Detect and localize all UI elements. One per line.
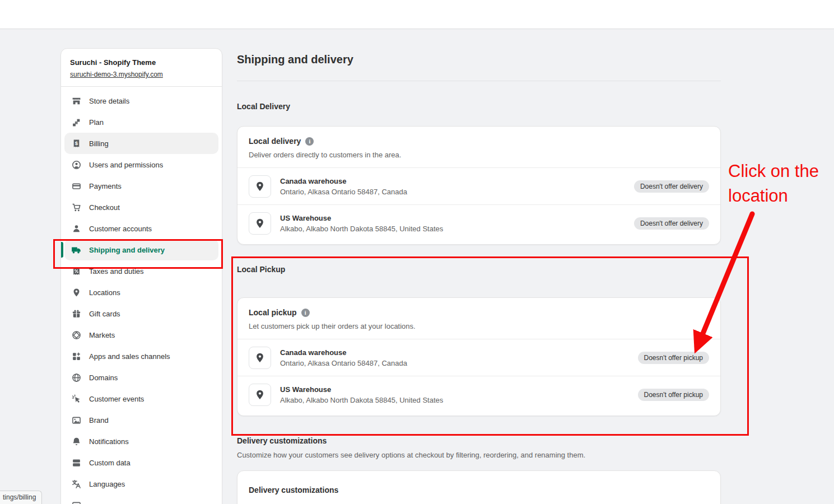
sidebar-item-users-and-permissions[interactable]: Users and permissions: [64, 154, 218, 175]
notifications-bell-icon: [71, 436, 81, 446]
local-delivery-card-header: Local delivery i Deliver orders directly…: [237, 127, 720, 168]
sidebar-item-locations[interactable]: Locations: [64, 282, 218, 303]
customer-accounts-icon: [71, 223, 81, 234]
location-name: Canada warehouse: [280, 177, 407, 185]
sidebar-item-label: Gift cards: [89, 310, 120, 318]
sidebar-item-store-details[interactable]: Store details: [64, 90, 218, 111]
sidebar-nav: Store details Plan $ Billing Users and p…: [61, 87, 222, 504]
sidebar-item-label: Taxes and duties: [89, 267, 144, 276]
plan-icon: [71, 117, 81, 127]
section-title-local-delivery: Local Delivery: [237, 102, 290, 111]
local-pickup-card-title: Local pickup: [249, 308, 297, 317]
status-badge: Doesn't offer pickup: [638, 389, 709, 401]
location-pin-icon: [249, 175, 271, 198]
sidebar-item-label: Notifications: [89, 437, 129, 446]
local-pickup-card: Local pickup i Let customers pick up the…: [237, 297, 721, 416]
locations-pin-icon: [71, 287, 81, 297]
sidebar-item-plan[interactable]: Plan: [64, 111, 218, 133]
languages-icon: [71, 479, 81, 489]
local-delivery-card-title: Local delivery: [249, 137, 301, 146]
sidebar-item-notifications[interactable]: Notifications: [64, 431, 218, 452]
sidebar-item-languages[interactable]: Languages: [64, 473, 218, 494]
delivery-customizations-card: Delivery customizations: [237, 470, 721, 504]
sidebar-item-customer-accounts[interactable]: Customer accounts: [64, 218, 218, 239]
location-address: Alkabo, Alkabo North Dakota 58845, Unite…: [280, 396, 443, 404]
local-pickup-card-header: Local pickup i Let customers pick up the…: [237, 298, 720, 339]
section-title-local-pickup: Local Pickup: [237, 265, 285, 274]
checkout-cart-icon: [71, 202, 81, 212]
annotation-text: Click on the location: [728, 159, 832, 208]
payments-icon: [71, 181, 81, 191]
status-badge: Doesn't offer delivery: [634, 180, 709, 193]
title-divider: [237, 81, 721, 81]
sidebar-item-payments[interactable]: Payments: [64, 175, 218, 197]
location-address: Ontario, Alkasa Ontario 58487, Canada: [280, 359, 407, 367]
sidebar-item-label: Customer events: [89, 395, 144, 403]
sidebar-item-taxes-and-duties[interactable]: Taxes and duties: [64, 260, 218, 282]
sidebar-item-label: Customer accounts: [89, 225, 152, 233]
sidebar-item-billing[interactable]: $ Billing: [64, 133, 218, 154]
info-icon[interactable]: i: [301, 309, 310, 317]
users-icon: [71, 160, 81, 170]
sidebar-item-brand[interactable]: Brand: [64, 409, 218, 431]
markets-globe-icon: [71, 330, 81, 340]
location-pin-icon: [249, 347, 271, 369]
sidebar-item-custom-data[interactable]: Custom data: [64, 452, 218, 473]
sidebar-item-markets[interactable]: Markets: [64, 324, 218, 346]
location-name: Canada warehouse: [280, 348, 407, 357]
sidebar-item-customer-events[interactable]: Customer events: [64, 388, 218, 409]
custom-data-icon: [71, 458, 81, 468]
store-domain-link[interactable]: suruchi-demo-3.myshopify.com: [70, 71, 163, 78]
domains-globe-icon: [71, 372, 81, 382]
location-row-canada-warehouse[interactable]: Canada warehouse Ontario, Alkasa Ontario…: [237, 339, 720, 376]
sidebar-item-label: Brand: [89, 416, 109, 424]
local-delivery-card-description: Deliver orders directly to customers in …: [249, 151, 709, 159]
sidebar-item-label: Locations: [89, 288, 120, 297]
sidebar-item-checkout[interactable]: Checkout: [64, 197, 218, 218]
location-name: US Warehouse: [280, 385, 443, 394]
top-bar: [0, 0, 834, 29]
local-pickup-card-description: Let customers pick up their orders at yo…: [249, 322, 709, 330]
location-address: Ontario, Alkasa Ontario 58487, Canada: [280, 188, 407, 196]
location-name: US Warehouse: [280, 214, 443, 222]
delivery-customizations-card-title: Delivery customizations: [249, 486, 338, 494]
sidebar-item-domains[interactable]: Domains: [64, 367, 218, 388]
brand-icon: [71, 415, 81, 425]
location-address: Alkabo, Alkabo North Dakota 58845, Unite…: [280, 225, 443, 233]
location-row-canada-warehouse[interactable]: Canada warehouse Ontario, Alkasa Ontario…: [237, 168, 720, 205]
sidebar-item-label: Store details: [89, 97, 129, 105]
location-pin-icon: [249, 212, 271, 235]
delivery-customizations-description: Customize how your customers see deliver…: [237, 451, 585, 459]
gift-card-icon: [71, 309, 81, 319]
sidebar-item-partial[interactable]: [64, 494, 218, 504]
sidebar-item-shipping-and-delivery[interactable]: Shipping and delivery: [64, 239, 218, 260]
sidebar-item-label: Checkout: [89, 203, 120, 212]
sidebar-item-label: Custom data: [89, 459, 131, 467]
sidebar-item-label: Shipping and delivery: [89, 246, 165, 254]
info-icon[interactable]: i: [305, 137, 314, 146]
location-pin-icon: [249, 384, 271, 406]
billing-icon: $: [71, 138, 81, 148]
shipping-truck-icon: [71, 245, 81, 255]
svg-text:$: $: [74, 140, 78, 146]
sidebar-item-label: Users and permissions: [89, 161, 163, 169]
store-name: Suruchi - Shopify Theme: [70, 58, 213, 67]
sidebar-item-label: Markets: [89, 331, 115, 339]
sidebar-item-label: Billing: [89, 139, 109, 148]
sidebar-item-label: Plan: [89, 118, 104, 127]
sidebar-item-label: Languages: [89, 480, 125, 488]
browser-status-tooltip: tings/billing: [0, 491, 42, 504]
taxes-icon: [71, 266, 81, 276]
storefront-icon: [71, 96, 81, 106]
sidebar-item-gift-cards[interactable]: Gift cards: [64, 303, 218, 324]
local-delivery-card: Local delivery i Deliver orders directly…: [237, 126, 721, 245]
location-row-us-warehouse[interactable]: US Warehouse Alkabo, Alkabo North Dakota…: [237, 376, 720, 413]
store-header: Suruchi - Shopify Theme suruchi-demo-3.m…: [61, 49, 222, 87]
location-row-us-warehouse[interactable]: US Warehouse Alkabo, Alkabo North Dakota…: [237, 205, 720, 242]
settings-sidebar: Suruchi - Shopify Theme suruchi-demo-3.m…: [60, 48, 222, 504]
policies-icon: [71, 500, 81, 504]
sidebar-item-apps-and-sales-channels[interactable]: Apps and sales channels: [64, 346, 218, 367]
section-title-delivery-customizations: Delivery customizations: [237, 436, 327, 445]
sidebar-item-label: Apps and sales channels: [89, 352, 170, 361]
apps-icon: [71, 351, 81, 361]
